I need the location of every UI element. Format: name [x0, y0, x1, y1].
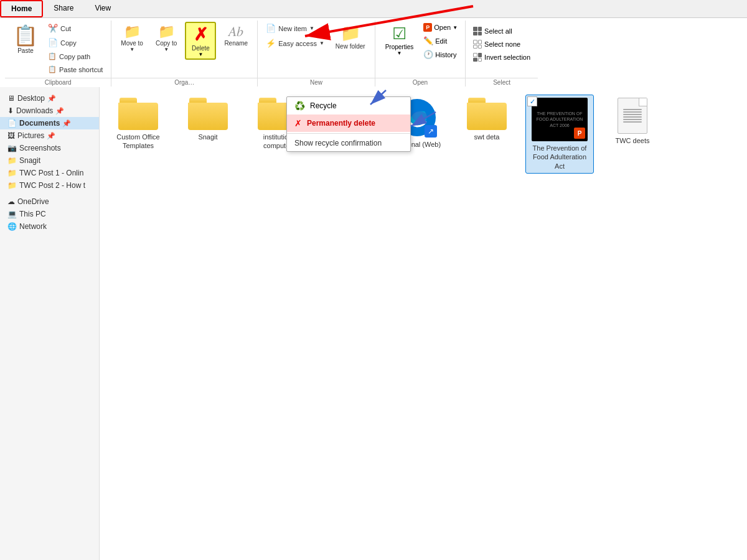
doc-line: [623, 119, 642, 120]
move-to-button[interactable]: 📁 Move to ▼: [116, 22, 148, 54]
folder-body: [118, 103, 158, 130]
doc-line: [623, 116, 642, 118]
open-ppt-icon: P: [423, 23, 432, 32]
properties-button[interactable]: ☑ Properties ▼: [380, 22, 419, 65]
ribbon-group-organize: 📁 Move to ▼ 📁 Copy to ▼ ✗ Delete ▼ 𝐴𝑏 Re…: [111, 21, 258, 86]
file-label: Custom Office Templates: [110, 133, 166, 151]
paste-button[interactable]: 📋 Paste: [10, 22, 41, 56]
tab-share[interactable]: Share: [43, 0, 84, 17]
ribbon-content: 📋 Paste ✂️ Cut 📄 Copy 📋 Copy path: [0, 18, 747, 90]
file-grid: Custom Office Templates Snagit instituti…: [107, 95, 740, 174]
nav-item-twc2[interactable]: 📁 TWC Post 2 - How t: [0, 179, 99, 192]
nav-item-desktop[interactable]: 🖥 Desktop 📌: [0, 92, 99, 105]
copy-path-button[interactable]: 📋 Copy path: [45, 50, 106, 62]
documents-icon: 📄: [7, 119, 17, 128]
ppt-badge: P: [574, 128, 585, 139]
ribbon-group-new: 📄 New item ▼ ⚡ Easy access ▼ 📁 New folde…: [258, 21, 375, 86]
open-button[interactable]: P Open ▼: [421, 22, 460, 33]
nav-item-snagit[interactable]: 📁 Snagit: [0, 154, 99, 167]
nav-item-network[interactable]: 🌐 Network: [0, 220, 99, 233]
file-item[interactable]: swt deta: [456, 95, 518, 174]
easy-access-button[interactable]: ⚡ Easy access ▼: [263, 37, 327, 50]
doc-line: [623, 114, 642, 115]
nav-item-thispc[interactable]: 💻 This PC: [0, 208, 99, 220]
doc-line: [623, 111, 642, 113]
ribbon-group-clipboard: 📋 Paste ✂️ Cut 📄 Copy 📋 Copy path: [5, 21, 111, 86]
file-item[interactable]: Snagit: [177, 95, 239, 174]
new-item-icon: 📄: [266, 24, 276, 33]
svg-point-1: [412, 111, 427, 121]
new-group-label: New: [258, 78, 374, 86]
cut-icon: ✂️: [48, 24, 58, 33]
selection-checkbox[interactable]: ✓: [527, 96, 537, 106]
shortcut-overlay: ↗: [425, 125, 437, 138]
shortcut-arrow-icon: ↗: [428, 127, 434, 136]
rename-icon: 𝐴𝑏: [228, 24, 243, 40]
file-item-ppt[interactable]: ✓ THE PREVENTION OF FOOD ADULTERATION AC…: [525, 95, 594, 174]
folder-icon: [118, 98, 158, 130]
delete-button[interactable]: ✗ Delete ▼: [185, 22, 216, 60]
folder-body: [188, 103, 228, 130]
doc-line: [623, 109, 642, 110]
copy-icon: 📄: [48, 38, 58, 47]
properties-check-icon: ☑: [392, 24, 406, 44]
show-recycle-confirmation-option[interactable]: Show recycle confirmation: [287, 135, 410, 151]
rename-button[interactable]: 𝐴𝑏 Rename: [220, 22, 252, 49]
copy-button[interactable]: 📄 Copy: [45, 36, 106, 49]
cut-button[interactable]: ✂️ Cut: [45, 22, 106, 35]
nav-item-onedrive[interactable]: ☁ OneDrive: [0, 195, 99, 208]
copy-path-icon: 📋: [48, 52, 57, 60]
edit-button[interactable]: ✏️ Edit: [421, 35, 460, 47]
ppt-thumbnail: THE PREVENTION OF FOOD ADULTERATION ACT …: [532, 98, 588, 141]
easy-access-arrow: ▼: [319, 40, 324, 46]
downloads-icon: ⬇: [7, 106, 14, 115]
network-icon: 🌐: [7, 222, 17, 231]
permanently-delete-option[interactable]: ✗ Permanently delete: [287, 114, 410, 132]
new-item-button[interactable]: 📄 New item ▼: [263, 22, 327, 35]
snagit-nav-icon: 📁: [7, 156, 17, 165]
delete-icon: ✗: [194, 24, 208, 45]
doc-line: [623, 121, 642, 123]
recycle-option[interactable]: ♻️ Recycle: [287, 97, 410, 114]
nav-item-documents[interactable]: 📄 Documents 📌: [0, 117, 99, 129]
file-area: Custom Office Templates Snagit instituti…: [100, 87, 747, 560]
desktop-pin: 📌: [47, 95, 56, 103]
nav-item-pictures[interactable]: 🖼 Pictures 📌: [0, 129, 99, 142]
folder-body: [467, 103, 507, 130]
file-item[interactable]: Custom Office Templates: [107, 95, 169, 174]
file-item-doc[interactable]: TWC deets: [601, 95, 664, 174]
doc-lines: [623, 108, 642, 124]
clipboard-small-buttons: ✂️ Cut 📄 Copy 📋 Copy path 📋 Paste shortc…: [45, 22, 106, 75]
delete-dropdown-menu: ♻️ Recycle ✗ Permanently delete Show rec…: [286, 96, 411, 152]
tab-view[interactable]: View: [84, 0, 121, 17]
invert-selection-button[interactable]: Invert selection: [471, 52, 533, 63]
dropdown-separator: [287, 133, 410, 134]
nav-item-twc1[interactable]: 📁 TWC Post 1 - Onlin: [0, 167, 99, 179]
copy-to-arrow: ▼: [164, 47, 169, 52]
copy-to-button[interactable]: 📁 Copy to ▼: [151, 22, 181, 54]
history-button[interactable]: 🕐 History: [421, 49, 460, 60]
tab-home[interactable]: Home: [0, 0, 43, 17]
open-arrow: ▼: [453, 25, 458, 30]
select-all-button[interactable]: Select all: [471, 26, 533, 37]
open-group-buttons: P Open ▼ ✏️ Edit 🕐 History: [421, 22, 460, 60]
new-folder-button[interactable]: 📁 New folder: [331, 22, 370, 52]
easy-access-icon: ⚡: [266, 39, 276, 48]
paste-shortcut-icon: 📋: [48, 65, 57, 73]
folder-icon: [188, 98, 228, 130]
select-all-icon: [473, 27, 482, 35]
nav-item-downloads[interactable]: ⬇ Downloads 📌: [0, 105, 99, 117]
paste-shortcut-button[interactable]: 📋 Paste shortcut: [45, 63, 106, 75]
file-label: TWC deets: [615, 136, 649, 145]
clipboard-group-label: Clipboard: [5, 78, 111, 86]
select-none-button[interactable]: Select none: [471, 39, 533, 50]
ribbon: Home Share View 📋 Paste ✂️ Cut 📄 C: [0, 0, 747, 90]
permanently-delete-icon: ✗: [294, 118, 302, 128]
select-group-label: Select: [466, 78, 538, 86]
navigation-pane: 🖥 Desktop 📌 ⬇ Downloads 📌 📄 Documents 📌 …: [0, 87, 100, 560]
paste-label: Paste: [17, 47, 34, 54]
nav-item-screenshots[interactable]: 📷 Screenshots: [0, 142, 99, 154]
file-label: The Prevention of Food Adulteration Act: [530, 144, 590, 170]
twc1-icon: 📁: [7, 169, 17, 177]
downloads-pin: 📌: [55, 107, 64, 115]
